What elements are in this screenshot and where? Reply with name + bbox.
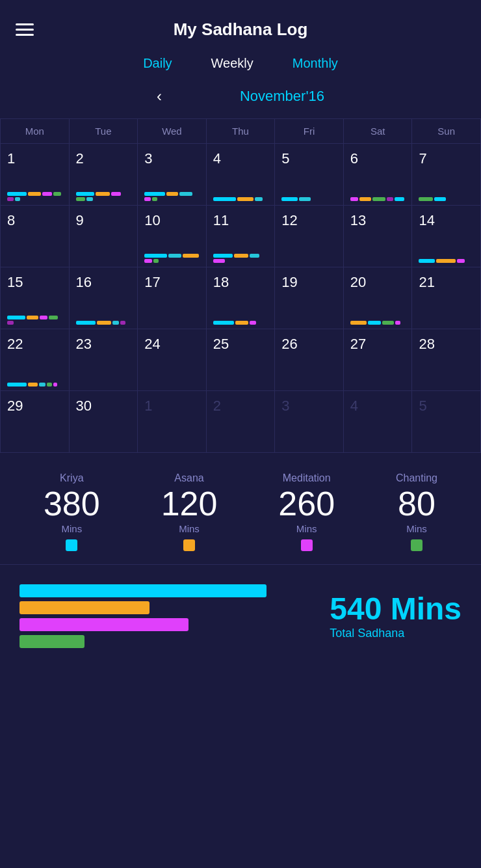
chart-bar-asana (20, 601, 150, 614)
meditation-unit: Mins (296, 523, 317, 534)
chanting-label: Chanting (396, 472, 437, 484)
calendar-header: Mon Tue Wed Thu Fri Sat Sun (1, 119, 481, 144)
tab-daily[interactable]: Daily (143, 56, 172, 71)
day-tue: Tue (70, 119, 138, 144)
calendar-week-5: 29 30 1 2 3 4 5 (1, 391, 481, 453)
calendar-week-4: 22 23 24 25 26 27 (1, 329, 481, 391)
calendar-cell-11[interactable]: 11 (207, 206, 276, 267)
kriya-label: Kriya (60, 472, 83, 484)
calendar-cell-18[interactable]: 18 (207, 267, 276, 329)
meditation-color-dot (301, 539, 313, 551)
asana-color-dot (183, 539, 195, 551)
day-wed: Wed (138, 119, 207, 144)
calendar-cell-24[interactable]: 24 (138, 329, 207, 391)
calendar-cell-9[interactable]: 9 (70, 206, 138, 267)
calendar-cell-7[interactable]: 7 (412, 144, 481, 206)
prev-month-button[interactable]: ‹ (157, 87, 162, 105)
chart-bar-kriya (20, 584, 266, 597)
calendar-cell-next-3: 3 (275, 391, 344, 453)
day-mon: Mon (1, 119, 70, 144)
calendar-cell-19[interactable]: 19 (275, 267, 344, 329)
chanting-color-dot (411, 539, 422, 551)
kriya-value: 380 (44, 487, 100, 521)
asana-unit: Mins (179, 523, 200, 534)
calendar-cell-21[interactable]: 21 (412, 267, 481, 329)
calendar-cell-23[interactable]: 23 (70, 329, 138, 391)
total-info: 540 Mins Total Sadhana (330, 592, 462, 640)
day-fri: Fri (275, 119, 344, 144)
day-sat: Sat (344, 119, 413, 144)
kriya-unit: Mins (62, 523, 83, 534)
current-month-label: November'16 (240, 88, 324, 105)
app-container: My Sadhana Log Daily Weekly Monthly ‹ No… (0, 0, 481, 674)
asana-value: 120 (161, 487, 218, 521)
asana-label: Asana (174, 472, 203, 484)
calendar-cell-12[interactable]: 12 (275, 206, 344, 267)
chanting-unit: Mins (406, 523, 427, 534)
chart-bar-meditation (20, 618, 188, 631)
calendar-cell-28[interactable]: 28 (412, 329, 481, 391)
meditation-value: 260 (278, 487, 335, 521)
meditation-label: Meditation (283, 472, 331, 484)
calendar-cell-20[interactable]: 20 (344, 267, 413, 329)
calendar-cell-6[interactable]: 6 (344, 144, 413, 206)
stat-kriya: Kriya 380 Mins (44, 472, 100, 551)
total-value: 540 Mins (330, 592, 462, 627)
calendar-cell-25[interactable]: 25 (207, 329, 276, 391)
tab-monthly[interactable]: Monthly (292, 56, 338, 71)
calendar-cell-29[interactable]: 29 (1, 391, 70, 453)
calendar-cell-22[interactable]: 22 (1, 329, 70, 391)
calendar: Mon Tue Wed Thu Fri Sat Sun 1 (0, 118, 481, 453)
calendar-week-3: 15 16 17 (1, 267, 481, 329)
tab-bar: Daily Weekly Monthly (0, 49, 481, 84)
chart-bar-chanting (20, 635, 84, 648)
calendar-cell-30[interactable]: 30 (70, 391, 138, 453)
menu-icon[interactable] (16, 23, 34, 36)
calendar-cell-15[interactable]: 15 (1, 267, 70, 329)
total-section: 540 Mins Total Sadhana (0, 565, 481, 674)
calendar-week-1: 1 2 (1, 144, 481, 206)
stat-chanting: Chanting 80 Mins (396, 472, 437, 551)
day-sun: Sun (412, 119, 481, 144)
calendar-cell-10[interactable]: 10 (138, 206, 207, 267)
calendar-cell-13[interactable]: 13 (344, 206, 413, 267)
header: My Sadhana Log (0, 0, 481, 49)
calendar-cell-3[interactable]: 3 (138, 144, 207, 206)
calendar-cell-next-2: 2 (207, 391, 276, 453)
calendar-cell-next-1: 1 (138, 391, 207, 453)
calendar-cell-16[interactable]: 16 (70, 267, 138, 329)
page-title: My Sadhana Log (174, 20, 308, 40)
calendar-week-2: 8 9 10 11 (1, 206, 481, 267)
calendar-cell-5[interactable]: 5 (275, 144, 344, 206)
calendar-cell-4[interactable]: 4 (207, 144, 276, 206)
calendar-cell-17[interactable]: 17 (138, 267, 207, 329)
stat-meditation: Meditation 260 Mins (278, 472, 335, 551)
calendar-cell-next-4: 4 (344, 391, 413, 453)
total-bar-chart (20, 584, 304, 648)
stat-asana: Asana 120 Mins (161, 472, 218, 551)
tab-weekly[interactable]: Weekly (211, 56, 254, 71)
total-label: Total Sadhana (330, 627, 462, 640)
calendar-cell-26[interactable]: 26 (275, 329, 344, 391)
calendar-cell-8[interactable]: 8 (1, 206, 70, 267)
chanting-value: 80 (398, 487, 436, 521)
stats-section: Kriya 380 Mins Asana 120 Mins Meditation… (0, 453, 481, 565)
calendar-cell-next-5: 5 (412, 391, 481, 453)
day-thu: Thu (207, 119, 276, 144)
calendar-cell-14[interactable]: 14 (412, 206, 481, 267)
kriya-color-dot (66, 539, 77, 551)
calendar-cell-1[interactable]: 1 (1, 144, 70, 206)
month-navigation: ‹ November'16 (0, 84, 481, 118)
calendar-cell-27[interactable]: 27 (344, 329, 413, 391)
calendar-cell-2[interactable]: 2 (70, 144, 138, 206)
